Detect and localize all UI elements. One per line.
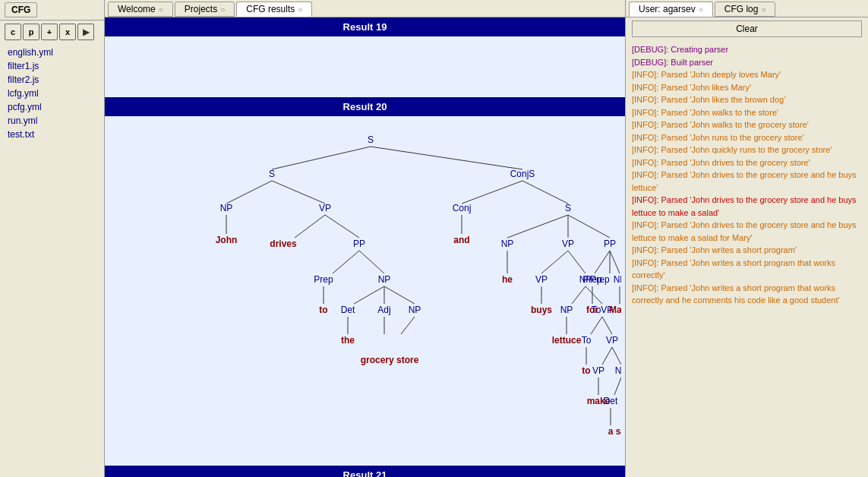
log-entry-1: [DEBUG]: Built parser xyxy=(632,56,862,69)
tab-cfg-results[interactable]: CFG results ○ xyxy=(236,2,312,17)
file-test-txt[interactable]: test.txt xyxy=(6,128,98,141)
tab-projects-close[interactable]: ○ xyxy=(220,5,225,14)
svg-text:to: to xyxy=(582,365,590,376)
file-list: english.yml filter1.js filter2.js lcfg.y… xyxy=(0,43,104,144)
tab-user-label: User: agarsev xyxy=(639,4,696,14)
log-entry-5: [INFO]: Parsed 'John walks to the store' xyxy=(632,106,862,119)
svg-text:Conj: Conj xyxy=(453,203,472,213)
svg-text:NP: NP xyxy=(220,203,233,213)
result-20-tree: S S ConjS NP VP xyxy=(105,116,625,466)
btn-p[interactable]: p xyxy=(23,24,39,40)
svg-line-34 xyxy=(522,181,568,204)
svg-text:a: a xyxy=(608,426,614,437)
tabs-bar: Welcome ○ Projects ○ CFG results ○ xyxy=(105,0,625,17)
log-entry-0: [DEBUG]: Creating parser xyxy=(632,43,862,56)
svg-line-21 xyxy=(354,286,384,304)
svg-text:John: John xyxy=(216,235,238,245)
log-entry-3: [INFO]: Parsed 'John likes Mary' xyxy=(632,81,862,94)
log-entry-7: [INFO]: Parsed 'John runs to the grocery… xyxy=(632,131,862,144)
svg-text:grocery store: grocery store xyxy=(361,355,419,365)
svg-line-11 xyxy=(295,215,325,238)
svg-text:PP: PP xyxy=(604,238,616,249)
parse-tree-svg: S S ConjS NP VP xyxy=(120,128,621,454)
tab-welcome-close[interactable]: ○ xyxy=(159,5,163,14)
svg-text:Prep: Prep xyxy=(582,274,602,285)
tab-welcome[interactable]: Welcome ○ xyxy=(108,2,173,17)
log-entry-12: [INFO]: Parsed 'John drives to the groce… xyxy=(632,219,862,244)
svg-text:VP: VP xyxy=(592,365,604,376)
svg-line-66 xyxy=(612,347,621,365)
svg-text:PP: PP xyxy=(353,238,365,249)
svg-text:buys: buys xyxy=(531,305,552,315)
tab-projects[interactable]: Projects ○ xyxy=(175,2,235,17)
tab-cfg-log-close[interactable]: ○ xyxy=(761,5,765,14)
content-area[interactable]: Result 19 Result 20 S S xyxy=(105,17,625,477)
svg-line-58 xyxy=(591,317,602,334)
cfg-tab[interactable]: CFG xyxy=(5,2,37,17)
svg-line-54 xyxy=(586,286,602,304)
svg-line-70 xyxy=(614,377,621,395)
file-run-yml[interactable]: run.yml xyxy=(6,115,98,127)
svg-text:salad: salad xyxy=(616,426,621,437)
main-panel: Welcome ○ Projects ○ CFG results ○ Resul… xyxy=(105,0,625,477)
svg-line-17 xyxy=(359,251,384,273)
result-20: Result 20 S S ConjS xyxy=(105,97,625,466)
svg-line-48 xyxy=(568,251,586,273)
result-21: Result 21 xyxy=(105,466,625,477)
svg-line-15 xyxy=(333,251,359,273)
svg-line-13 xyxy=(325,215,359,238)
svg-text:S: S xyxy=(269,169,275,179)
svg-line-5 xyxy=(226,181,272,204)
svg-text:S: S xyxy=(368,134,374,145)
file-lcfg-yml[interactable]: lcfg.yml xyxy=(6,87,98,100)
svg-line-25 xyxy=(384,286,415,304)
svg-text:drives: drives xyxy=(270,238,297,249)
toolbar: c p + x ▶ xyxy=(0,21,104,43)
btn-plus[interactable]: + xyxy=(41,24,58,40)
svg-text:VP: VP xyxy=(535,274,548,285)
log-entry-9: [INFO]: Parsed 'John drives to the groce… xyxy=(632,156,862,169)
svg-line-46 xyxy=(541,251,568,273)
svg-line-7 xyxy=(272,181,325,204)
btn-c[interactable]: c xyxy=(5,24,21,40)
svg-text:VP: VP xyxy=(562,238,574,249)
log-entry-4: [INFO]: Parsed 'John likes the brown dog… xyxy=(632,93,862,106)
svg-text:NP: NP xyxy=(378,274,391,285)
file-filter2-js[interactable]: filter2.js xyxy=(6,74,98,86)
svg-text:NP: NP xyxy=(614,274,621,285)
svg-line-64 xyxy=(602,347,612,365)
tab-cfg-results-close[interactable]: ○ xyxy=(298,5,302,14)
log-entry-11: [INFO]: Parsed 'John drives to the groce… xyxy=(632,194,862,219)
tab-welcome-label: Welcome xyxy=(118,4,156,14)
svg-text:S: S xyxy=(565,203,571,213)
svg-line-83 xyxy=(610,251,620,273)
btn-x[interactable]: x xyxy=(59,24,76,40)
clear-button[interactable]: Clear xyxy=(632,21,862,37)
tab-user-close[interactable]: ○ xyxy=(699,5,703,14)
svg-text:NP: NP xyxy=(615,365,621,376)
file-english-yml[interactable]: english.yml xyxy=(6,46,98,58)
sidebar: CFG c p + x ▶ english.yml filter1.js fil… xyxy=(0,0,105,477)
svg-text:lettuce: lettuce xyxy=(552,335,582,346)
svg-text:To: To xyxy=(582,335,592,346)
result-19-header: Result 19 xyxy=(105,17,625,36)
result-20-header: Result 20 xyxy=(105,97,625,116)
log-entry-8: [INFO]: Parsed 'John quickly runs to the… xyxy=(632,144,862,156)
log-area[interactable]: [DEBUG]: Creating parser[DEBUG]: Built p… xyxy=(626,40,868,477)
svg-line-38 xyxy=(507,215,568,238)
tab-user[interactable]: User: agarsev ○ xyxy=(629,2,713,17)
file-filter1-js[interactable]: filter1.js xyxy=(6,60,98,72)
svg-text:for: for xyxy=(586,305,598,315)
svg-line-80 xyxy=(595,251,610,273)
svg-text:the: the xyxy=(341,335,355,346)
svg-text:NP: NP xyxy=(409,305,421,315)
file-pcfg-yml[interactable]: pcfg.yml xyxy=(6,101,98,113)
svg-text:NP: NP xyxy=(501,238,514,249)
svg-text:VP: VP xyxy=(319,203,331,213)
btn-play[interactable]: ▶ xyxy=(77,24,94,40)
log-entry-14: [INFO]: Parsed 'John writes a short prog… xyxy=(632,257,862,282)
log-entry-13: [INFO]: Parsed 'John writes a short prog… xyxy=(632,244,862,257)
svg-line-1 xyxy=(272,147,371,169)
tab-cfg-log[interactable]: CFG log ○ xyxy=(715,2,776,17)
result-19-body xyxy=(105,36,625,97)
